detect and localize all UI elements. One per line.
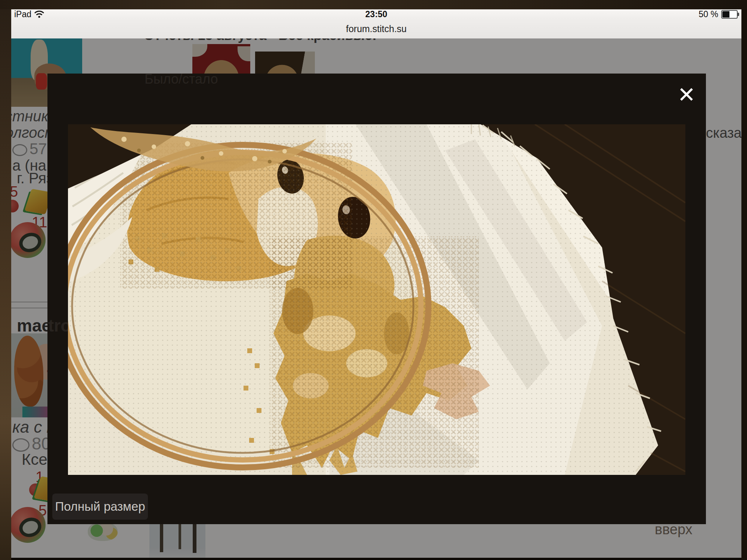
frame-border-bottom [11, 558, 741, 560]
full-size-button[interactable]: Полный размер [52, 494, 148, 520]
lightbox-photo [68, 124, 685, 475]
battery-percent: 50 % [699, 9, 718, 19]
frame-border-left [0, 9, 11, 560]
lightbox[interactable]: Было/стало tro ✕ [47, 74, 706, 524]
clock: 23:50 [11, 9, 741, 19]
status-bar: iPad 23:50 50 % [11, 9, 741, 19]
carrier-label: iPad [14, 9, 31, 19]
ipad-screen: iPad 23:50 50 % forum.stitch.su Отчеты 1… [11, 9, 741, 558]
frame-border-top [0, 0, 747, 9]
frame-border-right [741, 9, 747, 560]
url-bar[interactable]: forum.stitch.su [11, 19, 741, 39]
close-icon[interactable]: ✕ [673, 82, 700, 108]
wifi-icon [34, 10, 44, 18]
url-text: forum.stitch.su [346, 24, 407, 34]
battery-icon [721, 10, 738, 19]
ghost-text: Было/стало [145, 71, 218, 87]
